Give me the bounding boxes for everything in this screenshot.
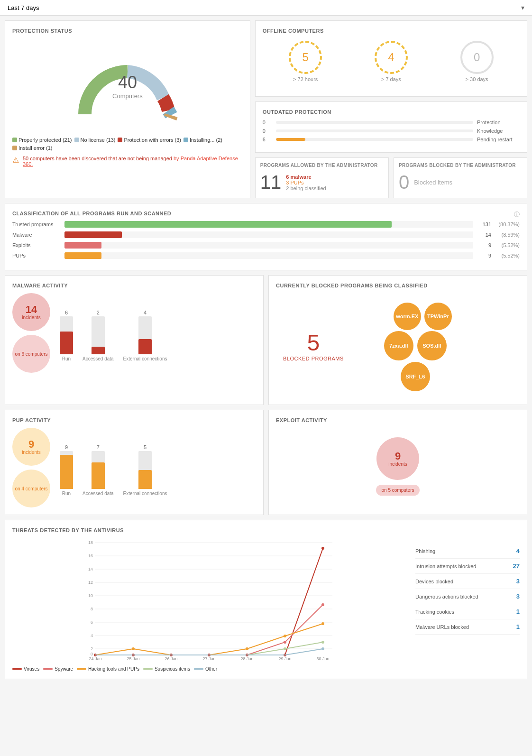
legend-dot-cyan — [183, 138, 188, 142]
other-legend-label: Other — [205, 666, 217, 672]
stat-dangerous: Dangerous actions blocked 3 — [415, 593, 520, 604]
class-pct-pups: (5.52%) — [494, 253, 520, 258]
offline-computers-card: OFFLINE COMPUTERS 5 > 72 hours 4 > 7 day… — [255, 20, 527, 97]
dashboard: PROTECTION STATUS 40 — [0, 16, 532, 689]
dropdown-arrow-icon: ▾ — [521, 4, 524, 11]
computers-label: Computers — [112, 92, 143, 100]
hacking-dot-6 — [321, 622, 324, 625]
pup-content: 9 incidents on 4 computers 9 — [12, 428, 256, 507]
outdated-title: OUTDATED PROTECTION — [263, 109, 520, 115]
malware-external-label: External connections — [123, 356, 167, 361]
outdated-row-restart: 6 Pending restart — [263, 137, 520, 142]
legend-properly-protected: Properly protected (21) — [12, 137, 72, 143]
malware-run-value: 6 — [65, 310, 68, 315]
malware-incidents-label: incidents — [22, 315, 40, 320]
bubble-tpwinpr: TPWinPr — [424, 303, 452, 330]
info-icon[interactable]: ⓘ — [514, 211, 520, 219]
offline-ring-7d: 4 — [375, 41, 408, 74]
warning-text: 50 computers have been discovered that a… — [23, 156, 172, 161]
svg-text:0: 0 — [91, 652, 93, 656]
classification-card: CLASSIFICATION OF ALL PROGRAMS RUN AND S… — [5, 203, 527, 270]
svg-text:8: 8 — [91, 607, 93, 611]
outdated-value-0: 0 — [263, 120, 272, 125]
svg-text:18: 18 — [88, 540, 93, 545]
class-label-trusted: Trusted programs — [12, 221, 64, 227]
malware-activity-card: MALWARE ACTIVITY 14 incidents on 6 compu… — [5, 275, 264, 405]
threats-card: THREATS DETECTED BY THE ANTIVIRUS 18 — [5, 520, 527, 679]
tracking-label: Tracking cookies — [415, 609, 454, 615]
svg-text:12: 12 — [88, 580, 93, 585]
blocked-programs-sublabel: BLOCKED PROGRAMS — [283, 356, 344, 361]
pup-run-bar-wrapper — [60, 451, 73, 489]
pup-row: PUP ACTIVITY 9 incidents on 4 computers … — [5, 410, 527, 515]
malware-row: MALWARE ACTIVITY 14 incidents on 6 compu… — [5, 275, 527, 405]
progress-bar-knowledge — [276, 129, 473, 132]
spyware-legend-color — [43, 668, 53, 670]
offline-72h: 5 > 72 hours — [289, 41, 322, 82]
programs-pup-label: 3 PUPs — [286, 180, 326, 185]
suspicious-dot-6 — [321, 641, 324, 644]
blocked-programs-count: 5 BLOCKED PROGRAMS — [283, 330, 344, 361]
bubble-7zxadll: 7zxa.dll — [384, 331, 413, 360]
protection-status-card: PROTECTION STATUS 40 — [5, 20, 250, 198]
svg-text:24 Jan: 24 Jan — [89, 656, 101, 661]
progress-fill-restart — [276, 138, 305, 141]
svg-text:29 Jan: 29 Jan — [278, 656, 291, 661]
class-count-pups: 9 — [477, 253, 491, 258]
class-row-exploits: Exploits 9 (5.52%) — [12, 242, 520, 249]
programs-allowed-detail: 6 malware 3 PUPs 2 being classified — [286, 174, 326, 191]
bubble-wormex: worm.EX — [394, 303, 421, 330]
legend-label-errors: Protection with errors (3) — [124, 137, 181, 143]
svg-text:14: 14 — [88, 567, 93, 572]
hacking-dot-5 — [284, 635, 286, 637]
pup-external-label: External connections — [123, 491, 167, 496]
svg-text:10: 10 — [88, 593, 93, 598]
dangerous-label: Dangerous actions blocked — [415, 594, 478, 599]
programs-allowed-number: 11 — [260, 172, 282, 193]
exploit-incidents-number: 9 — [395, 451, 401, 461]
pup-incident-circle: 9 incidents — [12, 428, 50, 466]
malware-run-bg-bar — [60, 316, 73, 354]
class-row-pups: PUPs 9 (5.52%) — [12, 252, 520, 259]
classification-title: CLASSIFICATION OF ALL PROGRAMS RUN AND S… — [12, 211, 520, 216]
legend-other: Other — [194, 666, 217, 672]
offline-label-30d: > 30 days — [460, 76, 494, 82]
legend-errors: Protection with errors (3) — [118, 137, 181, 143]
malware-incidents-number: 14 — [26, 304, 37, 315]
spyware-legend-label: Spyware — [55, 666, 73, 672]
svg-text:16: 16 — [88, 553, 93, 558]
programs-classifying-label: 2 being classified — [286, 185, 326, 191]
offline-count-30d: 0 — [474, 51, 480, 64]
offline-label-72h: > 72 hours — [289, 76, 322, 82]
spyware-dot-6 — [321, 603, 324, 606]
chart-legend: Viruses Spyware Hacking tools and PUPs S… — [12, 666, 406, 672]
class-label-malware: Malware — [12, 232, 64, 238]
malware-bar-external: 4 External connections — [123, 310, 167, 361]
legend-label-properly: Properly protected (21) — [18, 137, 72, 143]
warning-box: ⚠ 50 computers have been discovered that… — [12, 156, 243, 167]
pup-accessed-value: 7 — [97, 444, 100, 450]
svg-text:25 Jan: 25 Jan — [127, 656, 139, 661]
blocked-big-number: 5 — [283, 330, 344, 356]
malware-bar-run: 6 Run — [60, 310, 73, 361]
malware-external-fg-bar — [138, 339, 152, 354]
legend-dot-tan — [12, 146, 17, 150]
devices-value: 3 — [516, 578, 520, 585]
pup-external-bg-bar — [138, 451, 152, 489]
exploit-computers-pill: on 5 computers — [376, 485, 420, 496]
threats-chart-svg: 18 16 14 12 10 8 6 4 2 0 24 Jan 25 Jan 2… — [12, 538, 406, 661]
legend-viruses: Viruses — [12, 666, 39, 672]
time-range-select[interactable]: Last 7 days — [8, 4, 49, 11]
blocked-items-label: Blocked items — [414, 179, 452, 186]
pup-circles: 9 incidents on 4 computers — [12, 428, 50, 507]
outdated-value-2: 6 — [263, 137, 272, 142]
suspicious-legend-label: Suspicious items — [155, 666, 190, 672]
blocked-programs-content: 5 BLOCKED PROGRAMS worm.EX TPWinPr 7zxa.… — [276, 293, 520, 397]
class-row-malware: Malware 14 (8.59%) — [12, 231, 520, 238]
class-fill-pups — [64, 252, 101, 259]
threats-title: THREATS DETECTED BY THE ANTIVIRUS — [12, 527, 520, 533]
malware-computers-circle: on 6 computers — [12, 335, 50, 373]
class-bar-malware — [64, 231, 473, 238]
pup-external-bar-wrapper — [138, 451, 152, 489]
malwareurls-label: Malware URLs blocked — [415, 624, 469, 630]
